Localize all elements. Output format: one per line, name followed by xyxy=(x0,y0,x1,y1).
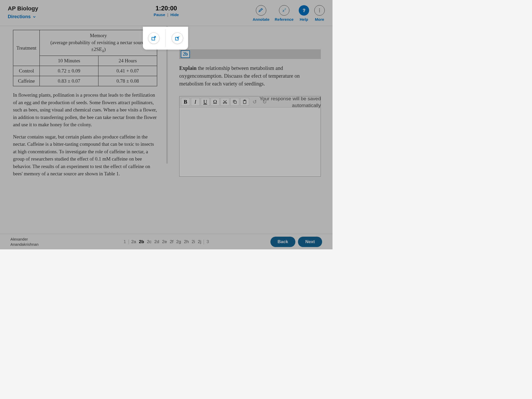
passage-paragraph-1: In flowering plants, pollination is a pr… xyxy=(13,91,157,129)
annotate-tool[interactable]: Annotate xyxy=(252,5,269,22)
svg-rect-8 xyxy=(234,101,236,103)
timer-controls: Pause | Hide xyxy=(154,12,179,17)
reference-tool[interactable]: x 2 Reference xyxy=(275,5,294,22)
chevron-down-icon xyxy=(32,15,36,19)
page-3[interactable]: 3 xyxy=(205,239,210,244)
pause-button[interactable]: Pause xyxy=(154,12,165,17)
more-icon xyxy=(314,5,325,16)
memory-header: Memory (average probability of revisitin… xyxy=(40,30,157,56)
subpage-2h[interactable]: 2h xyxy=(183,239,190,244)
more-tool[interactable]: More xyxy=(314,5,325,22)
col-10min: 10 Minutes xyxy=(40,56,98,66)
nav-buttons: Back Next xyxy=(270,237,322,247)
page-title: AP Biology xyxy=(8,5,38,12)
timer-separator: | xyxy=(167,12,168,17)
directions-toggle[interactable]: Directions xyxy=(8,14,38,19)
subpage-2a[interactable]: 2a xyxy=(130,239,137,244)
footer: AlexanderAnandakrishnan 1 | 2a 2b 2c 2d … xyxy=(0,234,332,249)
header-left: AP Biology Directions xyxy=(8,5,38,19)
student-name: AlexanderAnandakrishnan xyxy=(10,237,38,247)
help-icon: ? xyxy=(299,5,309,16)
expand-left-button[interactable] xyxy=(148,32,159,44)
page-1[interactable]: 1 xyxy=(122,239,127,244)
subpage-2e[interactable]: 2e xyxy=(161,239,168,244)
expand-right-button[interactable] xyxy=(172,32,183,44)
directions-label: Directions xyxy=(8,14,31,19)
clipboard-icon xyxy=(242,99,247,104)
timer-value: 1:20:00 xyxy=(154,5,179,12)
expand-out-icon xyxy=(151,36,156,41)
subpage-2g[interactable]: 2g xyxy=(175,239,182,244)
header: AP Biology Directions 1:20:00 Pause | Hi… xyxy=(0,0,332,26)
subpage-2c[interactable]: 2c xyxy=(146,239,152,244)
redo-button[interactable]: ↻ xyxy=(260,98,269,106)
italic-button[interactable]: I xyxy=(191,98,200,106)
svg-point-4 xyxy=(319,10,320,11)
bold-button[interactable]: B xyxy=(181,98,190,106)
subpage-2f[interactable]: 2f xyxy=(169,239,174,244)
expand-controls-highlight xyxy=(143,27,188,50)
question-badge: 2b xyxy=(181,50,190,58)
more-label: More xyxy=(315,17,324,22)
annotate-icon xyxy=(256,5,266,16)
answer-panel: 2b Explain the relationship between meta… xyxy=(166,26,332,234)
table-row: Control 0.72 ± 0.09 0.41 + 0.07 xyxy=(13,66,157,76)
help-tool[interactable]: ? Help xyxy=(299,5,309,22)
question-text: Explain the relationship between metabol… xyxy=(179,64,321,88)
svg-text:2: 2 xyxy=(285,8,286,10)
underline-button[interactable]: U xyxy=(201,98,210,106)
svg-point-5 xyxy=(319,11,320,12)
data-table: Treatment Memory (average probability of… xyxy=(13,30,157,86)
help-label: Help xyxy=(300,17,308,22)
header-center: 1:20:00 Pause | Hide xyxy=(154,5,179,17)
copy-button[interactable] xyxy=(230,98,239,106)
svg-point-3 xyxy=(319,9,320,9)
undo-button[interactable]: ↺ xyxy=(250,98,259,106)
content-area: Treatment Memory (average probability of… xyxy=(0,26,332,234)
subpage-2i[interactable]: 2i xyxy=(191,239,196,244)
next-button[interactable]: Next xyxy=(298,237,322,247)
svg-text:?: ? xyxy=(303,8,305,13)
table-row: Caffeine 0.83 ± 0.07 0.78 ± 0.08 xyxy=(13,76,157,86)
symbol-button[interactable]: Ω xyxy=(211,98,220,106)
paste-button[interactable] xyxy=(240,98,249,106)
pagination: 1 | 2a 2b 2c 2d 2e 2f 2g 2h 2i 2j | 3 xyxy=(122,239,210,245)
reference-label: Reference xyxy=(275,17,294,22)
svg-point-7 xyxy=(225,103,227,104)
svg-text:x: x xyxy=(282,9,284,13)
passage-paragraph-2: Nectar contains sugar, but certain plant… xyxy=(13,133,157,178)
svg-point-6 xyxy=(223,103,224,104)
scissors-icon xyxy=(223,99,227,104)
reference-icon: x 2 xyxy=(279,5,289,16)
col-24hr: 24 Hours xyxy=(98,56,157,66)
highlight-divider xyxy=(165,29,166,47)
hide-button[interactable]: Hide xyxy=(170,12,179,17)
passage-panel: Treatment Memory (average probability of… xyxy=(0,26,166,234)
treatment-header: Treatment xyxy=(13,30,40,66)
copy-icon xyxy=(232,99,237,104)
header-tools: Annotate x 2 Reference ? Help More xyxy=(252,5,325,22)
question-badge-row: 2b xyxy=(179,49,321,59)
cut-button[interactable] xyxy=(221,98,229,106)
collapse-in-icon xyxy=(175,36,180,41)
subpage-2j[interactable]: 2j xyxy=(197,239,202,244)
subpage-2d[interactable]: 2d xyxy=(154,239,160,244)
back-button[interactable]: Back xyxy=(270,237,296,247)
annotate-label: Annotate xyxy=(252,17,269,22)
subpage-2b[interactable]: 2b xyxy=(138,239,145,244)
